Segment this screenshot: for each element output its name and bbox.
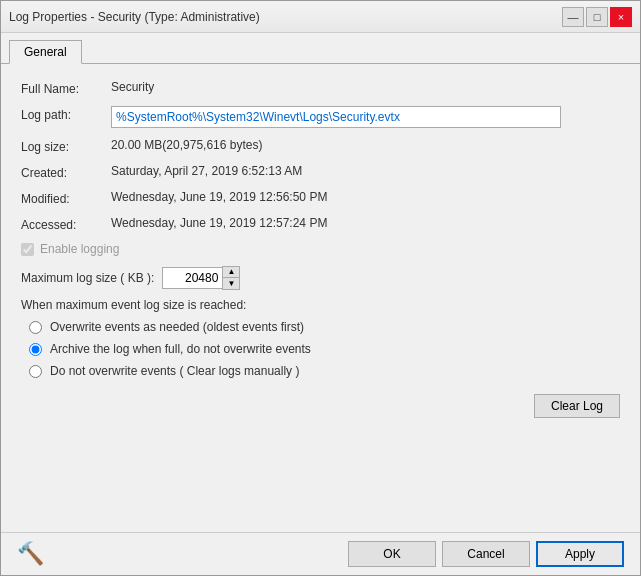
title-bar: Log Properties - Security (Type: Adminis… <box>1 1 640 33</box>
modified-row: Modified: Wednesday, June 19, 2019 12:56… <box>21 190 620 206</box>
close-button[interactable]: × <box>610 7 632 27</box>
accessed-label: Accessed: <box>21 216 111 232</box>
maximize-button[interactable]: □ <box>586 7 608 27</box>
radio-no-overwrite[interactable] <box>29 365 42 378</box>
spinner-up-button[interactable]: ▲ <box>223 267 239 278</box>
radio-overwrite-row: Overwrite events as needed (oldest event… <box>29 320 620 334</box>
enable-logging-checkbox[interactable] <box>21 243 34 256</box>
max-log-size-row: Maximum log size ( KB ): ▲ ▼ <box>21 266 620 290</box>
when-max-label: When maximum event log size is reached: <box>21 298 620 312</box>
cancel-button[interactable]: Cancel <box>442 541 530 567</box>
window-title: Log Properties - Security (Type: Adminis… <box>9 10 260 24</box>
radio-no-overwrite-row: Do not overwrite events ( Clear logs man… <box>29 364 620 378</box>
max-log-size-spinner: ▲ ▼ <box>162 266 240 290</box>
log-path-row: Log path: <box>21 106 620 128</box>
spinner-buttons: ▲ ▼ <box>222 266 240 290</box>
content-area: Full Name: Security Log path: Log size: … <box>1 64 640 532</box>
accessed-value: Wednesday, June 19, 2019 12:57:24 PM <box>111 216 327 230</box>
radio-archive-row: Archive the log when full, do not overwr… <box>29 342 620 356</box>
clear-log-button[interactable]: Clear Log <box>534 394 620 418</box>
hammer-icon: 🔨 <box>17 541 44 567</box>
log-path-input[interactable] <box>111 106 561 128</box>
enable-logging-label: Enable logging <box>40 242 119 256</box>
tab-bar: General <box>1 33 640 64</box>
apply-button[interactable]: Apply <box>536 541 624 567</box>
footer-left: 🔨 <box>17 541 44 567</box>
radio-overwrite-label: Overwrite events as needed (oldest event… <box>50 320 304 334</box>
accessed-row: Accessed: Wednesday, June 19, 2019 12:57… <box>21 216 620 232</box>
enable-logging-row: Enable logging <box>21 242 620 256</box>
full-name-label: Full Name: <box>21 80 111 96</box>
minimize-button[interactable]: — <box>562 7 584 27</box>
radio-archive[interactable] <box>29 343 42 356</box>
spinner-down-button[interactable]: ▼ <box>223 278 239 289</box>
dialog-window: Log Properties - Security (Type: Adminis… <box>0 0 641 576</box>
ok-button[interactable]: OK <box>348 541 436 567</box>
title-bar-controls: — □ × <box>562 7 632 27</box>
log-path-label: Log path: <box>21 106 111 122</box>
full-name-row: Full Name: Security <box>21 80 620 96</box>
log-size-row: Log size: 20.00 MB(20,975,616 bytes) <box>21 138 620 154</box>
full-name-value: Security <box>111 80 154 94</box>
modified-label: Modified: <box>21 190 111 206</box>
footer: 🔨 OK Cancel Apply <box>1 532 640 575</box>
created-value: Saturday, April 27, 2019 6:52:13 AM <box>111 164 302 178</box>
radio-no-overwrite-label: Do not overwrite events ( Clear logs man… <box>50 364 299 378</box>
modified-value: Wednesday, June 19, 2019 12:56:50 PM <box>111 190 327 204</box>
max-log-size-input[interactable] <box>162 267 222 289</box>
radio-archive-label: Archive the log when full, do not overwr… <box>50 342 311 356</box>
footer-buttons: OK Cancel Apply <box>348 541 624 567</box>
log-size-value: 20.00 MB(20,975,616 bytes) <box>111 138 262 152</box>
clear-log-area: Clear Log <box>21 386 620 426</box>
created-row: Created: Saturday, April 27, 2019 6:52:1… <box>21 164 620 180</box>
tab-general[interactable]: General <box>9 40 82 64</box>
created-label: Created: <box>21 164 111 180</box>
radio-overwrite[interactable] <box>29 321 42 334</box>
max-log-size-label: Maximum log size ( KB ): <box>21 271 154 285</box>
log-size-label: Log size: <box>21 138 111 154</box>
